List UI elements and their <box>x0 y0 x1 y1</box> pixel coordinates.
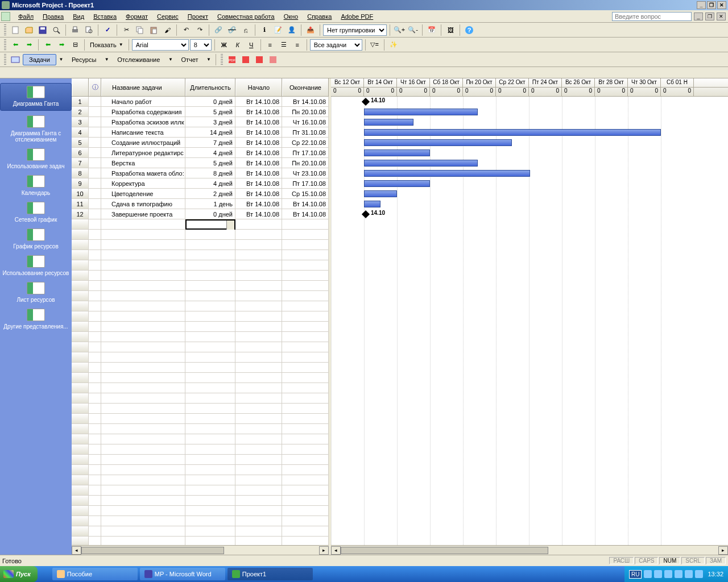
pdf-button-2[interactable] <box>239 53 252 66</box>
gantt-horizontal-scrollbar[interactable]: ◂ ▸ <box>331 545 728 555</box>
gantt-row[interactable] <box>331 404 728 414</box>
task-name-cell[interactable]: Корректура <box>101 178 185 188</box>
menu-edit[interactable]: Правка <box>38 12 68 21</box>
duration-cell[interactable]: 1 день <box>185 199 235 209</box>
scroll-left-button[interactable]: ◂ <box>331 546 341 555</box>
table-row[interactable] <box>72 485 329 496</box>
gantt-row[interactable] <box>331 455 728 465</box>
end-cell[interactable]: Пн 20.10.08 <box>282 107 329 117</box>
spelling-button[interactable]: ✓ <box>101 24 114 36</box>
table-row[interactable] <box>72 526 329 537</box>
end-cell[interactable]: Ср 22.10.08 <box>282 138 329 147</box>
duration-cell[interactable]: 0 дней <box>185 209 235 219</box>
duration-cell[interactable]: 7 дней <box>185 138 235 147</box>
info-cell[interactable] <box>89 138 101 147</box>
gantt-row[interactable] <box>331 393 728 404</box>
row-number[interactable] <box>72 271 89 280</box>
table-row[interactable] <box>72 250 329 260</box>
table-row[interactable] <box>72 455 329 465</box>
gantt-row[interactable] <box>331 414 728 424</box>
table-row[interactable]: 5Создание иллюстраций7 днейВт 14.10.08Ср… <box>72 138 329 148</box>
tray-icon[interactable] <box>654 570 662 578</box>
row-number[interactable]: 2 <box>72 107 89 117</box>
viewbar-gantt[interactable]: Диаграмма Ганта <box>0 83 72 111</box>
unlink-button[interactable]: 🔗 <box>226 24 238 36</box>
toolbar-grip[interactable] <box>4 24 6 36</box>
table-row[interactable] <box>72 291 329 301</box>
save-button[interactable] <box>36 24 49 36</box>
info-cell[interactable] <box>89 97 101 106</box>
row-number[interactable] <box>72 414 89 423</box>
clock[interactable]: 13:32 <box>705 571 723 577</box>
row-number[interactable]: 3 <box>72 117 89 127</box>
row-number[interactable]: 10 <box>72 189 89 198</box>
table-row[interactable] <box>72 414 329 424</box>
help-button[interactable]: ? <box>463 24 475 36</box>
row-number[interactable] <box>72 240 89 250</box>
gantt-row[interactable] <box>331 475 728 485</box>
table-row[interactable]: 7Верстка5 днейВт 14.10.08Пн 20.10.08 <box>72 158 329 168</box>
row-number[interactable] <box>72 526 89 536</box>
menu-project[interactable]: Проект <box>183 12 213 21</box>
start-cell[interactable]: Вт 14.10.08 <box>235 209 282 219</box>
tray-icon[interactable] <box>644 570 652 578</box>
italic-button[interactable]: К <box>231 39 244 51</box>
pdf-button-3[interactable] <box>253 53 266 66</box>
viewbar-calendar[interactable]: Календарь <box>0 173 72 199</box>
mdi-restore-button[interactable]: ❐ <box>705 13 714 20</box>
column-duration[interactable]: Длительность <box>185 78 235 96</box>
gantt-row[interactable] <box>331 373 728 383</box>
gantt-row[interactable] <box>331 250 728 260</box>
assign-button[interactable]: 👤 <box>286 24 298 36</box>
table-row[interactable] <box>72 322 329 332</box>
task-name-cell[interactable]: Сдача в типографию <box>101 199 185 209</box>
duration-cell[interactable]: 14 дней <box>185 127 235 137</box>
scroll-left-button[interactable]: ◂ <box>72 546 81 555</box>
formula-bar[interactable] <box>0 67 728 78</box>
row-number[interactable] <box>72 301 89 311</box>
info-cell[interactable] <box>89 148 101 157</box>
start-cell[interactable]: Вт 14.10.08 <box>235 158 282 168</box>
gantt-row[interactable] <box>331 271 728 281</box>
row-number[interactable]: 6 <box>72 148 89 157</box>
table-row[interactable] <box>72 281 329 291</box>
menu-view[interactable]: Вид <box>68 12 89 21</box>
task-name-cell[interactable]: Разработка содержания <box>101 107 185 117</box>
table-row[interactable] <box>72 352 329 363</box>
task-name-cell[interactable]: Разработка макета обло: <box>101 168 185 178</box>
viewbar-resource-graph[interactable]: График ресурсов <box>0 226 72 253</box>
gantt-row[interactable] <box>331 230 728 240</box>
table-row[interactable] <box>72 496 329 506</box>
taskbar-item[interactable]: Пособие <box>52 568 138 580</box>
info-cell[interactable] <box>89 107 101 117</box>
row-number[interactable] <box>72 506 89 516</box>
open-button[interactable] <box>23 24 35 36</box>
table-row[interactable] <box>72 271 329 281</box>
undo-button[interactable]: ↶ <box>180 24 192 36</box>
scroll-right-button[interactable]: ▸ <box>718 546 728 555</box>
note-button[interactable]: 📝 <box>272 24 284 36</box>
grid-body[interactable]: 1Начало работ0 днейВт 14.10.08Вт 14.10.0… <box>72 97 329 545</box>
gantt-row[interactable] <box>331 465 728 475</box>
tracking-dropdown[interactable]: ▼ <box>167 57 174 62</box>
row-number[interactable] <box>72 311 89 321</box>
duration-cell[interactable]: 4 дней <box>185 178 235 188</box>
outdent-button[interactable]: ⬅ <box>42 39 54 51</box>
menu-file[interactable]: Файл <box>14 12 38 21</box>
table-row[interactable] <box>72 537 329 545</box>
gantt-row[interactable] <box>331 311 728 322</box>
menu-window[interactable]: Окно <box>279 12 303 21</box>
pdf-button-4[interactable] <box>267 53 279 66</box>
table-row[interactable] <box>72 219 329 230</box>
table-row[interactable]: 4Написание текста14 днейВт 14.10.08Пт 31… <box>72 127 329 138</box>
table-row[interactable] <box>72 363 329 373</box>
end-cell[interactable]: Вт 14.10.08 <box>282 209 329 219</box>
duration-cell[interactable]: 5 дней <box>185 107 235 117</box>
gantt-row[interactable] <box>331 168 728 178</box>
row-number[interactable]: 5 <box>72 138 89 147</box>
row-number[interactable] <box>72 444 89 454</box>
table-row[interactable]: 12Завершение проекта0 днейВт 14.10.08Вт … <box>72 209 329 219</box>
back-button[interactable]: ⬅ <box>9 39 22 51</box>
viewbar-network[interactable]: Сетевой график <box>0 199 72 226</box>
table-row[interactable] <box>72 404 329 414</box>
